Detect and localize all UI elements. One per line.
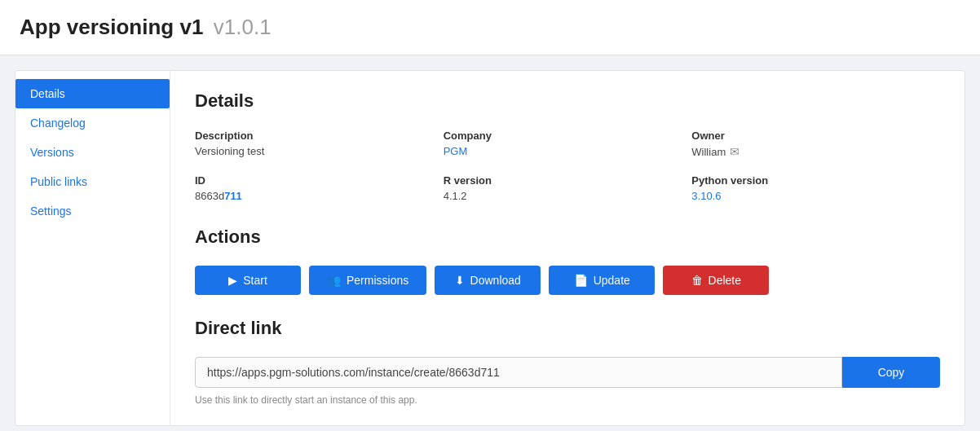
delete-icon: 🗑 [691,274,703,287]
description-label: Description [195,130,427,142]
download-button[interactable]: ⬇ Download [435,266,541,295]
version-tag: v1.0.1 [214,15,271,39]
download-label: Download [470,274,521,287]
main-layout: Details Changelog Versions Public links … [15,70,965,426]
id-suffix: 711 [224,190,242,202]
owner-value: William [691,146,726,158]
id-label: ID [195,174,427,187]
owner-group: Owner William ✉ [691,130,940,158]
start-label: Start [243,274,267,287]
page-header: App versioning v1 v1.0.1 [0,0,980,55]
mail-icon: ✉ [730,145,739,158]
start-button[interactable]: ▶ Start [195,266,301,295]
delete-button[interactable]: 🗑 Delete [663,266,769,295]
r-version-label: R version [444,174,676,187]
sidebar-item-details[interactable]: Details [15,79,170,108]
r-version-group: R version 4.1.2 [444,174,692,202]
update-label: Update [594,274,630,287]
description-value: Versioning test [195,145,427,157]
sidebar-item-public-links[interactable]: Public links [15,167,170,196]
update-button[interactable]: 📄 Update [549,266,655,295]
download-icon: ⬇ [455,274,465,287]
permissions-button[interactable]: 👥 Permissions [309,266,426,295]
delete-label: Delete [709,274,741,287]
company-group: Company PGM [444,130,692,158]
python-version-value: 3.10.6 [691,190,924,202]
direct-link-input[interactable] [195,357,842,388]
start-icon: ▶ [228,274,237,287]
owner-wrap: William ✉ [691,145,924,158]
permissions-icon: 👥 [327,274,341,287]
details-grid: Description Versioning test Company PGM … [195,130,940,202]
sidebar: Details Changelog Versions Public links … [15,71,170,425]
sidebar-item-settings[interactable]: Settings [15,196,170,226]
python-version-label: Python version [691,174,924,187]
actions-buttons: ▶ Start 👥 Permissions ⬇ Download 📄 Updat… [195,266,940,295]
r-version-value: 4.1.2 [444,190,676,202]
description-group: Description Versioning test [195,130,444,158]
copy-button[interactable]: Copy [842,357,940,388]
update-icon: 📄 [574,274,588,287]
actions-title: Actions [195,226,940,248]
direct-link-section: Direct link Copy Use this link to direct… [195,318,940,406]
content-area: Details Description Versioning test Comp… [170,71,965,425]
actions-section: Actions ▶ Start 👥 Permissions ⬇ Download… [195,226,940,295]
details-title: Details [195,90,940,112]
id-value: 8663d711 [195,190,427,202]
sidebar-item-changelog[interactable]: Changelog [15,108,170,138]
python-version-group: Python version 3.10.6 [691,174,940,202]
owner-label: Owner [691,130,924,142]
direct-link-title: Direct link [195,318,940,339]
id-group: ID 8663d711 [195,174,444,202]
permissions-label: Permissions [347,274,408,287]
sidebar-item-versions[interactable]: Versions [15,138,170,167]
details-section: Details Description Versioning test Comp… [195,90,940,202]
app-title: App versioning v1 [20,15,203,39]
company-label: Company [444,130,676,142]
company-value: PGM [444,145,676,157]
direct-link-hint: Use this link to directly start an insta… [195,394,940,406]
direct-link-row: Copy [195,357,940,388]
